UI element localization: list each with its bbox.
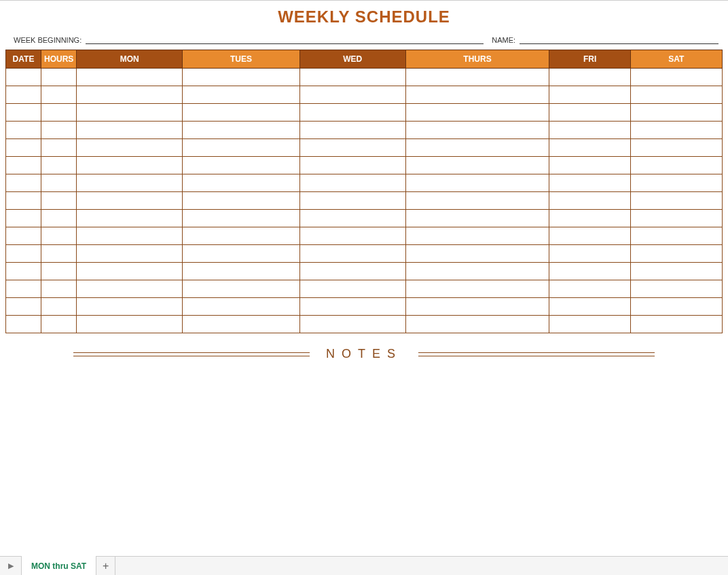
table-cell[interactable]: [41, 245, 77, 263]
table-cell[interactable]: [549, 174, 630, 192]
table-cell[interactable]: [77, 174, 183, 192]
table-cell[interactable]: [299, 210, 405, 227]
table-cell[interactable]: [549, 280, 630, 298]
table-cell[interactable]: [405, 69, 549, 86]
table-cell[interactable]: [77, 298, 183, 316]
table-cell[interactable]: [183, 245, 300, 263]
table-cell[interactable]: [77, 280, 183, 298]
table-cell[interactable]: [299, 192, 405, 210]
sheet-tab-mon-sat[interactable]: MON thru SAT: [22, 556, 96, 575]
table-cell[interactable]: [77, 86, 183, 104]
table-cell[interactable]: [6, 157, 41, 174]
table-cell[interactable]: [405, 122, 549, 139]
table-cell[interactable]: [405, 139, 549, 157]
table-cell[interactable]: [630, 86, 722, 104]
table-cell[interactable]: [41, 298, 77, 316]
table-cell[interactable]: [549, 298, 630, 316]
table-cell[interactable]: [6, 298, 41, 316]
table-cell[interactable]: [6, 192, 41, 210]
table-cell[interactable]: [405, 245, 549, 263]
table-cell[interactable]: [41, 192, 77, 210]
table-cell[interactable]: [405, 174, 549, 192]
table-cell[interactable]: [77, 122, 183, 139]
table-cell[interactable]: [549, 139, 630, 157]
table-cell[interactable]: [77, 210, 183, 227]
table-cell[interactable]: [77, 104, 183, 122]
table-cell[interactable]: [549, 69, 630, 86]
table-cell[interactable]: [630, 280, 722, 298]
table-cell[interactable]: [41, 227, 77, 245]
table-cell[interactable]: [549, 157, 630, 174]
table-cell[interactable]: [77, 192, 183, 210]
table-cell[interactable]: [183, 139, 300, 157]
table-cell[interactable]: [77, 157, 183, 174]
table-cell[interactable]: [549, 210, 630, 227]
table-cell[interactable]: [405, 227, 549, 245]
table-cell[interactable]: [630, 69, 722, 86]
table-cell[interactable]: [183, 192, 300, 210]
table-cell[interactable]: [630, 122, 722, 139]
table-cell[interactable]: [6, 280, 41, 298]
table-cell[interactable]: [183, 210, 300, 227]
table-cell[interactable]: [299, 69, 405, 86]
table-cell[interactable]: [549, 316, 630, 333]
table-cell[interactable]: [41, 263, 77, 280]
table-cell[interactable]: [41, 210, 77, 227]
table-cell[interactable]: [549, 227, 630, 245]
table-cell[interactable]: [549, 245, 630, 263]
table-cell[interactable]: [299, 86, 405, 104]
table-cell[interactable]: [41, 174, 77, 192]
table-cell[interactable]: [549, 263, 630, 280]
table-cell[interactable]: [549, 122, 630, 139]
table-cell[interactable]: [405, 210, 549, 227]
table-cell[interactable]: [41, 139, 77, 157]
table-cell[interactable]: [405, 104, 549, 122]
table-cell[interactable]: [183, 157, 300, 174]
table-cell[interactable]: [405, 298, 549, 316]
table-cell[interactable]: [183, 122, 300, 139]
table-cell[interactable]: [183, 104, 300, 122]
table-cell[interactable]: [183, 316, 300, 333]
table-cell[interactable]: [630, 104, 722, 122]
table-cell[interactable]: [299, 104, 405, 122]
table-cell[interactable]: [630, 157, 722, 174]
table-cell[interactable]: [405, 316, 549, 333]
table-cell[interactable]: [630, 298, 722, 316]
table-cell[interactable]: [549, 86, 630, 104]
table-cell[interactable]: [299, 227, 405, 245]
table-cell[interactable]: [6, 139, 41, 157]
table-cell[interactable]: [6, 174, 41, 192]
table-cell[interactable]: [41, 104, 77, 122]
table-cell[interactable]: [6, 86, 41, 104]
table-cell[interactable]: [183, 280, 300, 298]
table-cell[interactable]: [299, 139, 405, 157]
table-cell[interactable]: [6, 69, 41, 86]
table-cell[interactable]: [405, 280, 549, 298]
table-cell[interactable]: [405, 157, 549, 174]
add-sheet-button[interactable]: +: [96, 557, 115, 575]
table-cell[interactable]: [630, 227, 722, 245]
table-cell[interactable]: [299, 157, 405, 174]
table-cell[interactable]: [183, 174, 300, 192]
table-cell[interactable]: [183, 69, 300, 86]
table-cell[interactable]: [630, 316, 722, 333]
table-cell[interactable]: [630, 139, 722, 157]
table-cell[interactable]: [6, 245, 41, 263]
table-cell[interactable]: [630, 210, 722, 227]
table-cell[interactable]: [405, 192, 549, 210]
table-cell[interactable]: [77, 227, 183, 245]
table-cell[interactable]: [183, 298, 300, 316]
table-cell[interactable]: [405, 263, 549, 280]
week-beginning-field[interactable]: [86, 35, 484, 44]
table-cell[interactable]: [77, 69, 183, 86]
table-cell[interactable]: [183, 227, 300, 245]
table-cell[interactable]: [183, 86, 300, 104]
table-cell[interactable]: [299, 122, 405, 139]
table-cell[interactable]: [77, 139, 183, 157]
table-cell[interactable]: [6, 210, 41, 227]
table-cell[interactable]: [630, 192, 722, 210]
table-cell[interactable]: [6, 263, 41, 280]
table-cell[interactable]: [183, 263, 300, 280]
table-cell[interactable]: [77, 316, 183, 333]
table-cell[interactable]: [299, 263, 405, 280]
